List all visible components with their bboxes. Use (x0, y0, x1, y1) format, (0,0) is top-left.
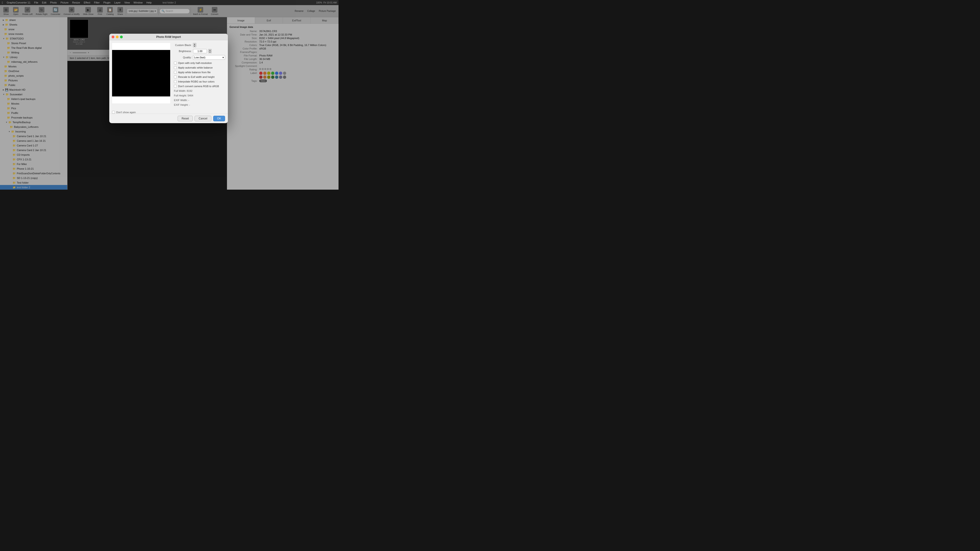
checkbox-no-convert-rgb[interactable]: Don't convert camera RGB to sRGB (173, 85, 225, 87)
checkbox-input[interactable] (174, 80, 177, 83)
full-width-info: Full Width: 8192 (173, 89, 225, 92)
cancel-button[interactable]: Cancel (195, 116, 211, 121)
dialog-footer: Reset Cancel OK (109, 114, 228, 123)
dialog-titlebar: Photo RAW Import (109, 34, 228, 40)
dont-show-area: Don't show again (109, 109, 228, 114)
dialog-preview (112, 43, 170, 103)
checkbox-rescale-exif[interactable]: Rescale to Exif width and height (173, 76, 225, 78)
custom-black-label: Custom Black: (173, 44, 192, 46)
reset-button[interactable]: Reset (178, 116, 193, 121)
checkbox-interpolate-rgbg[interactable]: Interpolate RGBG as four colors (173, 80, 225, 83)
checkbox-input[interactable] (174, 66, 177, 69)
checkbox-half-resolution[interactable]: Open with only half-resolution (173, 62, 225, 64)
dialog-overlay: Photo RAW Import Custom Black: ▲ ▼ (0, 0, 339, 190)
brightness-row: Brightness: ▲ ▼ (173, 49, 225, 53)
stepper-down[interactable]: ▼ (208, 51, 212, 53)
stepper-up[interactable]: ▲ (193, 43, 196, 45)
quality-select[interactable]: Low (fast) ▾ (193, 55, 225, 60)
close-button[interactable] (111, 36, 115, 38)
minimize-button[interactable] (116, 36, 119, 38)
checkbox-input[interactable] (174, 71, 177, 74)
dialog-controls: Custom Black: ▲ ▼ Brightness: ▲ ▼ (173, 43, 225, 106)
ok-button[interactable]: OK (213, 116, 225, 121)
quality-row: Quality: Low (fast) ▾ (173, 55, 225, 60)
checkbox-input[interactable] (174, 62, 177, 64)
traffic-lights (111, 36, 123, 38)
stepper-down[interactable]: ▼ (193, 45, 196, 47)
checkbox-white-balance-file[interactable]: Apply white balance from file (173, 71, 225, 74)
dialog-title: Photo RAW Import (156, 35, 181, 38)
brightness-stepper[interactable]: ▲ ▼ (208, 49, 212, 53)
dont-show-row[interactable]: Don't show again (112, 111, 225, 114)
dont-show-checkbox[interactable] (112, 111, 115, 114)
exif-width-info: EXIF Width: - (173, 99, 225, 102)
dialog-body: Custom Black: ▲ ▼ Brightness: ▲ ▼ (109, 40, 228, 109)
preview-middle (112, 50, 170, 97)
full-height-info: Full Height: 5464 (173, 94, 225, 97)
preview-top (112, 43, 170, 50)
checkbox-auto-white-balance[interactable]: Apply automatic white balance (173, 66, 225, 69)
exif-height-info: EXIF Height: - (173, 103, 225, 106)
select-chevron-icon: ▾ (223, 56, 224, 59)
custom-black-row: Custom Black: ▲ ▼ (173, 43, 225, 47)
preview-bottom (112, 97, 170, 103)
checkbox-input[interactable] (174, 76, 177, 78)
maximize-button[interactable] (120, 36, 123, 38)
stepper-up[interactable]: ▲ (208, 49, 212, 51)
checkbox-input[interactable] (174, 85, 177, 87)
brightness-input[interactable] (193, 49, 207, 53)
custom-black-stepper[interactable]: ▲ ▼ (193, 43, 196, 47)
photo-raw-import-dialog: Photo RAW Import Custom Black: ▲ ▼ (109, 34, 228, 123)
brightness-label: Brightness: (173, 50, 192, 52)
quality-label: Quality: (173, 56, 192, 59)
